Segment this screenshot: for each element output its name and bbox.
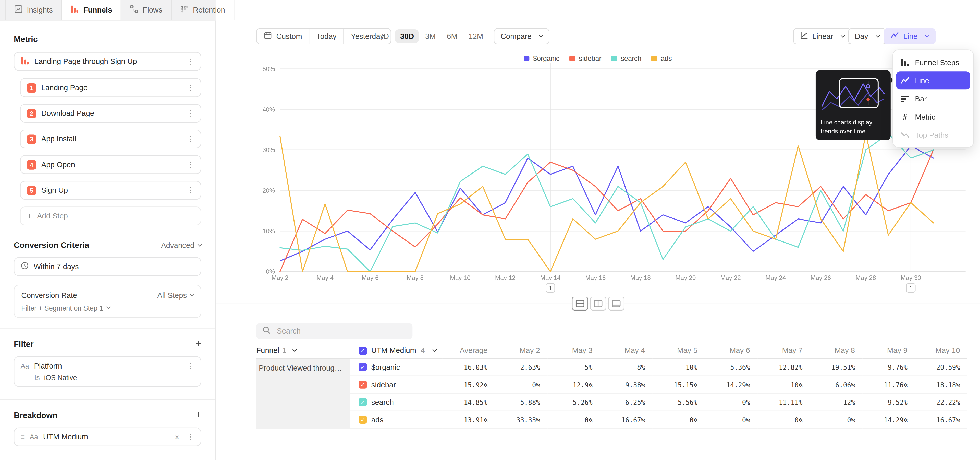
svg-text:May 24: May 24 xyxy=(765,274,786,281)
cell-value: 6.06% xyxy=(810,376,862,394)
kebab-icon[interactable]: ⋮ xyxy=(187,362,194,371)
custom-date-button[interactable]: Custom xyxy=(257,29,309,44)
tab-insights[interactable]: Insights xyxy=(5,0,62,20)
menu-item-label: Funnel Steps xyxy=(915,58,959,67)
column-header-may-10[interactable]: May 10 xyxy=(915,343,967,359)
kebab-icon[interactable]: ⋮ xyxy=(187,135,194,143)
conversion-rate-dropdown[interactable]: All Steps xyxy=(157,291,194,300)
series-row-ads[interactable]: ✓ads xyxy=(350,411,442,429)
series-checkbox[interactable]: ✓ xyxy=(359,398,367,406)
tab-funnels[interactable]: Funnels xyxy=(62,0,121,20)
chart-type-dropdown-button[interactable]: Line xyxy=(884,28,936,45)
cell-value: 5.36% xyxy=(705,359,757,376)
menu-item-metric[interactable]: #Metric xyxy=(896,108,970,126)
view-toggle-chart-and-table[interactable] xyxy=(572,297,588,310)
cell-value: 9.76% xyxy=(862,359,915,376)
svg-text:10%: 10% xyxy=(262,228,275,235)
legend-item-search[interactable]: search xyxy=(611,54,641,62)
column-header-may-5[interactable]: May 5 xyxy=(652,343,705,359)
funnel-step-app-install[interactable]: 3App Install⋮ xyxy=(20,129,201,148)
funnel-column-dropdown[interactable]: Funnel 1 xyxy=(256,343,350,359)
column-header-may-8[interactable]: May 8 xyxy=(810,343,862,359)
scale-dropdown-button[interactable]: Linear xyxy=(793,28,851,45)
clock-icon xyxy=(21,262,29,272)
menu-item-line[interactable]: Line xyxy=(896,71,970,89)
interval-dropdown-button[interactable]: Day xyxy=(848,28,886,45)
select-all-checkbox[interactable]: ✓ xyxy=(359,347,367,355)
remove-breakdown-icon[interactable]: × xyxy=(175,432,180,442)
breakdown-card[interactable]: ≡ Aa UTM Medium × ⋮ xyxy=(14,428,201,446)
svg-text:May 30: May 30 xyxy=(900,274,921,281)
cell-value: 13.91% xyxy=(442,411,495,429)
series-row-search[interactable]: ✓search xyxy=(350,394,442,411)
menu-item-top-paths: Top Paths xyxy=(896,126,970,144)
drag-handle-icon[interactable]: ≡ xyxy=(21,433,25,441)
svg-text:May 4: May 4 xyxy=(317,274,334,281)
funnel-step-download-page[interactable]: 2Download Page⋮ xyxy=(20,104,201,123)
kebab-icon[interactable]: ⋮ xyxy=(187,433,194,441)
line-chart-tooltip: Line charts display trends over time. xyxy=(816,70,891,140)
view-toggle-chart-only[interactable] xyxy=(608,297,624,310)
compare-button[interactable]: Compare xyxy=(494,28,550,45)
svg-text:May 12: May 12 xyxy=(495,274,515,281)
query-builder-sidebar: Metric Landing Page through Sign Up ⋮ 1L… xyxy=(0,21,216,460)
funnel-title-card[interactable]: Landing Page through Sign Up ⋮ xyxy=(14,52,201,70)
range-3m[interactable]: 3M xyxy=(420,29,441,43)
kebab-icon[interactable]: ⋮ xyxy=(187,186,194,195)
kebab-icon[interactable]: ⋮ xyxy=(187,57,194,65)
funnel-step-landing-page[interactable]: 1Landing Page⋮ xyxy=(20,78,201,97)
legend-item-ads[interactable]: ads xyxy=(652,54,672,62)
cell-value: 0% xyxy=(705,394,757,411)
range-7d[interactable]: 7D xyxy=(374,29,394,43)
funnel-step-sign-up[interactable]: 5Sign Up⋮ xyxy=(20,181,201,200)
add-breakdown-button[interactable]: + xyxy=(196,410,201,420)
legend-item-sidebar[interactable]: sidebar xyxy=(570,54,601,62)
advanced-dropdown[interactable]: Advanced xyxy=(161,241,201,249)
tab-flows[interactable]: Flows xyxy=(121,0,172,20)
cell-value: 8% xyxy=(600,359,652,376)
menu-item-label: Line xyxy=(915,76,929,85)
add-filter-button[interactable]: + xyxy=(196,339,201,348)
cell-value: 14.29% xyxy=(862,411,915,429)
series-row-sidebar[interactable]: ✓sidebar xyxy=(350,376,442,394)
funnel-group-cell[interactable]: Product Viewed through P... xyxy=(256,359,350,428)
kebab-icon[interactable]: ⋮ xyxy=(187,109,194,118)
column-header-may-2[interactable]: May 2 xyxy=(495,343,548,359)
chevron-down-icon xyxy=(107,305,111,309)
today-button[interactable]: Today xyxy=(309,29,344,44)
series-checkbox[interactable]: ✓ xyxy=(359,363,367,371)
add-step-button[interactable]: + Add Step xyxy=(20,206,201,225)
column-header-average[interactable]: Average xyxy=(442,343,495,359)
kebab-icon[interactable]: ⋮ xyxy=(187,83,194,92)
range-6m[interactable]: 6M xyxy=(442,29,463,43)
svg-text:May 6: May 6 xyxy=(362,274,379,281)
filter-segment-dropdown[interactable]: Filter + Segment on Step 1 xyxy=(21,304,194,311)
add-step-label: Add Step xyxy=(37,212,68,220)
legend-swatch xyxy=(570,56,575,61)
legend-item--organic[interactable]: $organic xyxy=(524,54,559,62)
cell-value: 0% xyxy=(547,411,600,429)
column-header-may-4[interactable]: May 4 xyxy=(600,343,652,359)
tab-retention[interactable]: Retention xyxy=(172,0,234,20)
string-type-token: Aa xyxy=(30,433,38,441)
range-30d[interactable]: 30D xyxy=(395,29,419,43)
series-row--organic[interactable]: ✓$organic xyxy=(350,359,442,376)
series-checkbox[interactable]: ✓ xyxy=(359,415,367,424)
chart-legend: $organicsidebarsearchads xyxy=(216,54,980,62)
column-header-may-7[interactable]: May 7 xyxy=(757,343,810,359)
conversion-window-card[interactable]: Within 7 days xyxy=(14,257,201,276)
filter-condition[interactable]: IsiOS Native xyxy=(21,374,194,381)
series-checkbox[interactable]: ✓ xyxy=(359,380,367,389)
column-header-may-6[interactable]: May 6 xyxy=(705,343,757,359)
view-toggle-table-only[interactable] xyxy=(590,297,606,310)
column-header-may-3[interactable]: May 3 xyxy=(547,343,600,359)
menu-item-bar[interactable]: Bar xyxy=(896,89,970,108)
funnel-step-app-open[interactable]: 4App Open⋮ xyxy=(20,155,201,174)
search-input[interactable] xyxy=(275,326,406,336)
column-header-may-9[interactable]: May 9 xyxy=(862,343,915,359)
filter-card[interactable]: Aa Platform ⋮ IsiOS Native xyxy=(14,356,201,387)
breakdown-column-dropdown[interactable]: ✓UTM Medium4 xyxy=(350,343,442,359)
menu-item-funnel-steps[interactable]: Funnel Steps xyxy=(896,53,970,71)
range-12m[interactable]: 12M xyxy=(463,29,488,43)
kebab-icon[interactable]: ⋮ xyxy=(187,160,194,169)
